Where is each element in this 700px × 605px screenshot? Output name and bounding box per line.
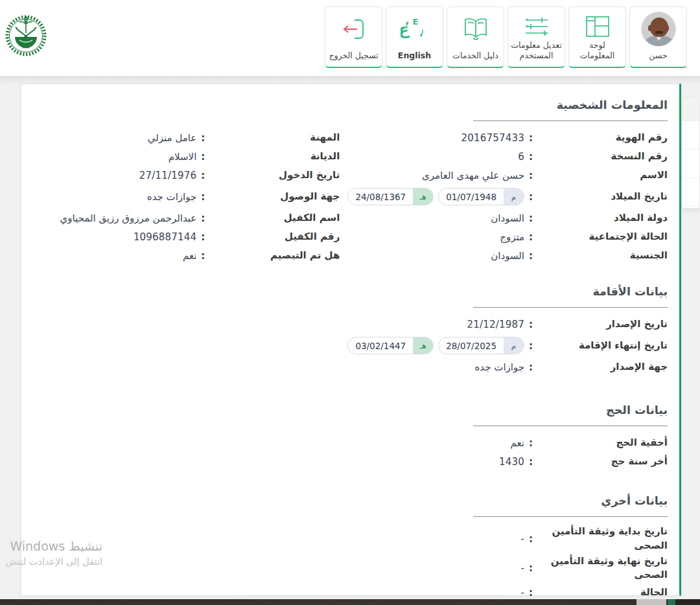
- field-label: الديانة: [206, 150, 340, 164]
- info-row: جهة الوصولجوازات جده: [34, 185, 340, 209]
- hijri-date: 03/02/1447: [348, 341, 413, 351]
- field-value: جوازات جده: [475, 361, 525, 373]
- title-underline: [473, 426, 668, 426]
- colon: [529, 361, 533, 373]
- colon: [529, 132, 533, 144]
- field-label: تاريخ الإصدار: [534, 317, 668, 332]
- field-value: نعم: [183, 250, 196, 262]
- field-label: تاريخ إنتهاء الإقامة: [534, 339, 668, 353]
- user-name-label: حسن: [649, 51, 667, 61]
- nav-card-services-guide[interactable]: دليل الخدمات: [447, 6, 504, 68]
- colon: [529, 151, 533, 163]
- field-label: الحالة الإجتماعية: [534, 230, 668, 244]
- field-label: أخر سنة حج: [534, 455, 668, 469]
- taskbar-green-segment: [668, 599, 675, 605]
- logout-label: تسجيل الخروج: [329, 51, 378, 61]
- clipped-panel-row: [682, 150, 699, 178]
- svg-text:ع: ع: [401, 20, 410, 38]
- info-row: رقم الهوية2016757433: [340, 128, 668, 147]
- field-value: حسن علي مهدى العامرى: [422, 170, 524, 181]
- section-other: بيانات أخري تاريخ بداية وثيقة التأمين ال…: [34, 494, 668, 602]
- taskbar-dark-segment: [675, 599, 700, 605]
- field-value: 1430: [499, 456, 524, 468]
- personal-left-column: المهنةعامل منزلي الديانةالاسلام تاريخ ال…: [34, 128, 340, 265]
- info-row: دولة الميلادالسودان: [340, 209, 668, 227]
- info-row: اسم الكفيلعبدالرحمن مرزوق رزيق المحياوي: [34, 209, 340, 227]
- info-row-birth-date: تاريخ الميلاد م 01/07/1948 هـ 24/08/1367: [340, 185, 668, 209]
- colon: [201, 212, 205, 224]
- field-label: الاسم: [534, 168, 668, 183]
- field-label: تاريخ نهاية وثيقة التأمين الصحى: [534, 554, 668, 583]
- section-title: بيانات الحج: [34, 404, 668, 417]
- services-guide-label: دليل الخدمات: [452, 51, 498, 61]
- gregorian-date: 28/07/2025: [439, 341, 504, 351]
- gregorian-date-pill: م 01/07/1948: [438, 188, 524, 205]
- nav-card-edit-user-info[interactable]: تعديل معلومات المستخدم: [508, 6, 565, 68]
- field-value: 1096887144: [134, 231, 196, 243]
- title-underline: [473, 516, 668, 517]
- field-label: رقم النسخة: [534, 150, 668, 164]
- hijri-date-pill: هـ 03/02/1447: [347, 337, 434, 354]
- hijri-marker: هـ: [413, 337, 433, 354]
- field-label: تاريخ الدخول: [206, 168, 340, 183]
- header-nav: حسن لوحة المعلومات: [325, 6, 687, 68]
- field-label: رقم الكفيل: [206, 230, 340, 244]
- colon: [529, 533, 533, 545]
- colon: [529, 191, 533, 203]
- user-avatar: [641, 14, 676, 45]
- colon: [529, 562, 533, 574]
- field-label: جهة الوصول: [206, 190, 340, 204]
- section-title: بيانات أخري: [34, 494, 668, 507]
- taskbar-light-segment: [636, 599, 666, 605]
- top-header: حسن لوحة المعلومات: [0, 0, 700, 76]
- colon: [529, 250, 533, 262]
- logout-arrow-icon: [340, 17, 368, 41]
- field-label: هل تم التبصيم: [206, 249, 340, 263]
- resident-info-card: المعلومات الشخصية رقم الهوية2016757433 ر…: [21, 84, 681, 596]
- info-row: جهة الإصدارجوازات جده: [34, 358, 668, 376]
- info-row: الديانةالاسلام: [34, 147, 340, 166]
- colon: [201, 151, 205, 163]
- colon: [529, 319, 533, 330]
- info-row-residence-expiry: تاريخ إنتهاء الإقامة م 28/07/2025 هـ 03/…: [34, 334, 668, 358]
- field-value: -: [521, 562, 524, 574]
- clipped-side-panel: [682, 97, 700, 209]
- language-label: English: [398, 51, 431, 61]
- field-label: أحقية الحج: [534, 436, 668, 450]
- colon: [201, 191, 205, 203]
- info-row: رقم الكفيل1096887144: [34, 227, 340, 246]
- bottom-taskbar-edge: [0, 599, 700, 605]
- title-underline: [473, 307, 668, 308]
- colon: [529, 437, 533, 449]
- info-row: رقم النسخة6: [340, 147, 668, 166]
- ministry-emblem-icon: [5, 6, 47, 62]
- nav-card-user[interactable]: حسن: [629, 6, 687, 68]
- sliders-icon: [523, 16, 550, 38]
- gregorian-date-pill: م 28/07/2025: [438, 337, 524, 354]
- info-row: أحقية الحجنعم: [34, 433, 668, 452]
- hijri-marker: هـ: [413, 188, 433, 205]
- gregorian-marker: م: [504, 188, 524, 205]
- field-label: الجنسية: [534, 249, 668, 263]
- nav-card-language[interactable]: ع E English: [386, 6, 443, 68]
- info-row: الاسمحسن علي مهدى العامرى: [340, 166, 668, 185]
- nav-card-dashboard[interactable]: لوحة المعلومات: [568, 6, 626, 68]
- info-row: الحالة الإجتماعيةمتزوج: [340, 227, 668, 246]
- field-value: عامل منزلي: [148, 132, 197, 144]
- hijri-date: 24/08/1367: [348, 192, 413, 202]
- field-label: دولة الميلاد: [534, 211, 668, 225]
- personal-right-column: رقم الهوية2016757433 رقم النسخة6 الاسمحس…: [340, 128, 668, 265]
- info-row: أخر سنة حج1430: [34, 452, 668, 471]
- language-switch-icon: ع E: [401, 16, 429, 42]
- field-value: -: [521, 587, 524, 599]
- field-label: تاريخ الميلاد: [534, 190, 668, 204]
- colon: [529, 456, 533, 468]
- colon: [201, 231, 205, 243]
- field-label: جهة الإصدار: [534, 360, 668, 374]
- info-row: الجنسيةالسودان: [340, 246, 668, 265]
- section-hajj: بيانات الحج أحقية الحجنعم أخر سنة حج1430: [34, 404, 668, 471]
- title-underline: [473, 120, 668, 121]
- field-value: 6: [518, 151, 524, 163]
- info-row: تاريخ بداية وثيقة التأمين الصحى-: [34, 524, 668, 554]
- nav-card-logout[interactable]: تسجيل الخروج: [325, 6, 382, 68]
